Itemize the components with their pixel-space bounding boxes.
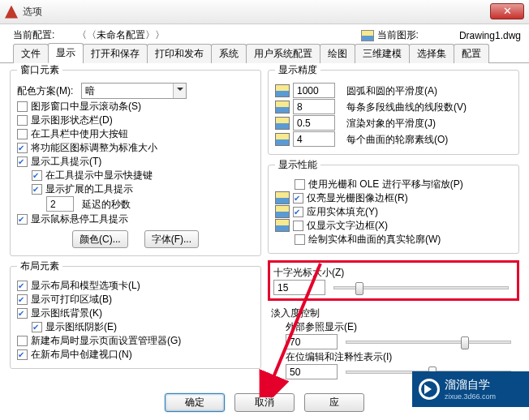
precision-input[interactable]: 1000	[293, 83, 335, 98]
scheme-value: 暗	[82, 84, 173, 97]
font-button[interactable]: 字体(F)...	[144, 230, 199, 248]
label: 显示图纸背景(K)	[31, 306, 102, 319]
crosshair-label: 十字光标大小(Z)	[273, 266, 344, 279]
current-drawing-value: Drawing1.dwg	[459, 30, 521, 41]
checkbox[interactable]	[17, 101, 28, 112]
xref-slider[interactable]	[346, 341, 511, 344]
label: 新建布局时显示页面设置管理器(G)	[31, 334, 181, 347]
window-title: 选项	[23, 5, 42, 19]
tab-3[interactable]: 打印和发布	[147, 44, 212, 63]
xref-label: 外部参照显示(E)	[286, 320, 357, 333]
tab-0[interactable]: 文件	[13, 44, 49, 63]
drawing-icon	[275, 101, 290, 114]
performance-group: 显示性能 使用光栅和 OLE 进行平移与缩放(P)仅亮显光栅图像边框(R)应用实…	[268, 158, 519, 254]
label: 在新布局中创建视口(N)	[31, 348, 132, 361]
label: 显示可打印区域(B)	[31, 293, 112, 306]
precision-group: 显示精度 1000圆弧和圆的平滑度(A)8每条多段线曲线的线段数(V)0.5渲染…	[268, 63, 519, 155]
fade-group: 淡入度控制 外部参照显示(E) 70 在位编辑和注释性表示(I) 50	[268, 304, 519, 382]
watermark: 溜溜自学 zixue.3d66.com	[412, 371, 529, 407]
tab-5[interactable]: 用户系统配置	[246, 44, 320, 63]
label: 在工具栏中使用大按钮	[31, 127, 128, 140]
tab-6[interactable]: 绘图	[320, 44, 355, 63]
tab-4[interactable]: 系统	[211, 44, 247, 63]
scheme-combo[interactable]: 暗	[81, 83, 187, 99]
xref-input[interactable]: 70	[286, 334, 338, 349]
drawing-icon	[275, 117, 290, 130]
close-button[interactable]: ✕	[490, 3, 524, 19]
label: 仅显示文字边框(X)	[307, 219, 388, 232]
precision-input[interactable]: 0.5	[293, 115, 335, 131]
checkbox[interactable]	[32, 170, 42, 181]
checkbox[interactable]	[293, 221, 303, 231]
layout-elements-legend: 布局元素	[17, 259, 62, 273]
label: 仅亮显光栅图像边框(R)	[307, 191, 408, 204]
checkbox[interactable]	[17, 129, 28, 139]
window-elements-legend: 窗口元素	[17, 63, 62, 77]
label: 显示工具提示(T)	[31, 155, 101, 168]
crosshair-slider[interactable]	[333, 286, 509, 289]
label: 圆弧和圆的平滑度(A)	[346, 84, 437, 97]
precision-input[interactable]: 4	[293, 131, 335, 147]
checkbox[interactable]	[17, 115, 28, 126]
ok-button[interactable]: 确定	[165, 393, 225, 412]
drawing-icon	[275, 133, 290, 146]
current-profile-value: 〈〈未命名配置〉〉	[77, 28, 165, 42]
crosshair-highlight: 十字光标大小(Z) 15	[268, 260, 519, 301]
precision-input[interactable]: 8	[293, 99, 335, 114]
play-icon	[419, 379, 440, 400]
label: 显示扩展的工具提示	[45, 182, 133, 195]
tab-7[interactable]: 三维建模	[355, 44, 410, 63]
drawing-icon	[275, 219, 290, 232]
tab-9[interactable]: 配置	[454, 44, 489, 63]
performance-legend: 显示性能	[275, 158, 320, 172]
label: 每个曲面的轮廓素线(O)	[346, 133, 448, 146]
label: 使用光栅和 OLE 进行平移与缩放(P)	[308, 178, 463, 191]
drawing-icon	[275, 84, 290, 97]
layout-elements-group: 布局元素 显示布局和模型选项卡(L)显示可打印区域(B)显示图纸背景(K) 显示…	[10, 259, 261, 369]
inplace-label: 在位编辑和注释性表示(I)	[286, 350, 392, 363]
label: 显示鼠标悬停工具提示	[31, 212, 128, 225]
tab-8[interactable]: 选择集	[409, 44, 454, 63]
checkbox[interactable]	[293, 207, 303, 217]
checkbox[interactable]	[293, 193, 303, 204]
checkbox[interactable]	[32, 322, 42, 332]
checkbox[interactable]	[17, 281, 28, 291]
current-profile-label: 当前配置:	[13, 28, 54, 42]
inplace-input[interactable]: 50	[286, 364, 338, 379]
checkbox[interactable]	[32, 184, 42, 195]
label: 显示图纸阴影(E)	[45, 320, 117, 333]
checkbox[interactable]	[295, 179, 305, 190]
label: 渲染对象的平滑度(J)	[346, 117, 436, 130]
checkbox[interactable]	[17, 336, 28, 346]
app-icon	[5, 6, 18, 19]
cancel-button[interactable]: 取消	[234, 393, 295, 412]
delay-label: 延迟的秒数	[82, 198, 131, 211]
label: 应用实体填充(Y)	[307, 205, 378, 218]
drawing-icon	[275, 205, 290, 218]
label: 每条多段线曲线的线段数(V)	[346, 101, 467, 114]
crosshair-input[interactable]: 15	[273, 280, 325, 295]
scheme-label: 配色方案(M):	[17, 84, 73, 97]
color-button[interactable]: 颜色(C)...	[72, 230, 128, 248]
checkbox[interactable]	[17, 143, 28, 153]
drawing-icon	[361, 30, 374, 41]
checkbox[interactable]	[17, 308, 28, 319]
label: 图形窗口中显示滚动条(S)	[31, 100, 141, 113]
current-drawing-label: 当前图形:	[377, 28, 419, 42]
tab-2[interactable]: 打开和保存	[83, 44, 148, 63]
checkbox[interactable]	[17, 156, 28, 167]
apply-button[interactable]: 应	[304, 393, 364, 412]
checkbox[interactable]	[17, 349, 28, 360]
precision-legend: 显示精度	[275, 63, 320, 77]
tab-1[interactable]: 显示	[48, 43, 84, 63]
checkbox[interactable]	[295, 234, 305, 245]
fade-legend: 淡入度控制	[271, 306, 320, 319]
label: 将功能区图标调整为标准大小	[31, 141, 157, 154]
label: 显示图形状态栏(D)	[31, 114, 113, 126]
label: 绘制实体和曲面的真实轮廓(W)	[308, 233, 441, 246]
checkbox[interactable]	[17, 294, 28, 305]
window-elements-group: 窗口元素 配色方案(M): 暗 图形窗口中显示滚动条(S)显示图形状态栏(D)在…	[10, 63, 261, 256]
delay-input[interactable]: 2	[46, 196, 74, 212]
checkbox[interactable]	[17, 214, 28, 225]
chevron-down-icon	[173, 84, 186, 98]
